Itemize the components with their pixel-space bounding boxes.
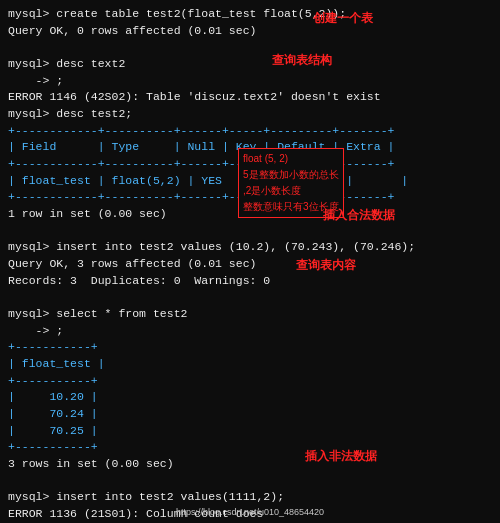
terminal-line: +-----------+ xyxy=(8,373,492,390)
terminal-line: +------------+----------+------+-----+--… xyxy=(8,156,492,173)
terminal-line: ERROR 1146 (42S02): Table 'discuz.text2'… xyxy=(8,89,492,106)
terminal-line: mysql> desc test2; xyxy=(8,106,492,123)
terminal-window: mysql> create table test2(float_test flo… xyxy=(0,0,500,523)
terminal-line: mysql> insert into test2 values (10.2), … xyxy=(8,239,492,256)
terminal-line: | 70.25 | xyxy=(8,423,492,440)
terminal-line: | 70.24 | xyxy=(8,406,492,423)
terminal-line: Query OK, 3 rows affected (0.01 sec) xyxy=(8,256,492,273)
terminal-line xyxy=(8,289,492,306)
terminal-line: Query OK, 0 rows affected (0.01 sec) xyxy=(8,23,492,40)
terminal-line: mysql> desc text2 xyxy=(8,56,492,73)
terminal-line: +------------+----------+------+-----+--… xyxy=(8,189,492,206)
terminal-line xyxy=(8,473,492,490)
terminal-line: | Field | Type | Null | Key | Default | … xyxy=(8,139,492,156)
terminal-line: -> ; xyxy=(8,73,492,90)
terminal-line: +------------+----------+------+-----+--… xyxy=(8,123,492,140)
terminal-line xyxy=(8,223,492,240)
terminal-line: 1 row in set (0.00 sec) xyxy=(8,206,492,223)
terminal-line: 3 rows in set (0.00 sec) xyxy=(8,456,492,473)
terminal-line: mysql> create table test2(float_test flo… xyxy=(8,6,492,23)
terminal-line: | float_test | float(5,2) | YES | | NULL… xyxy=(8,173,492,190)
terminal-line: Records: 3 Duplicates: 0 Warnings: 0 xyxy=(8,273,492,290)
terminal-line: | 10.20 | xyxy=(8,389,492,406)
terminal-line xyxy=(8,39,492,56)
terminal-line: +-----------+ xyxy=(8,439,492,456)
terminal-line: | float_test | xyxy=(8,356,492,373)
terminal-line: mysql> select * from test2 xyxy=(8,306,492,323)
terminal-line: mysql> insert into test2 values(1111,2); xyxy=(8,489,492,506)
watermark: https://blog.csdn.net/u010_48654420 xyxy=(176,507,324,517)
terminal-line: -> ; xyxy=(8,323,492,340)
terminal-line: +-----------+ xyxy=(8,339,492,356)
